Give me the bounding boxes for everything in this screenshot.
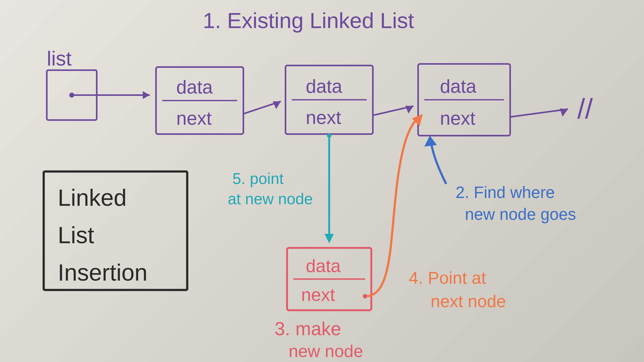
arrow-node3-to-null-tip [560, 108, 568, 117]
list-head-dot [69, 93, 74, 98]
step5-dot [327, 133, 331, 138]
step2-arrow [430, 139, 446, 184]
step2-arrow-tip [424, 136, 437, 147]
null-symbol: // [577, 93, 593, 124]
diagram-title: 1. Existing Linked List [203, 8, 414, 33]
arrow-node3-to-null [510, 109, 568, 117]
step4-label-line1: 4. Point at [409, 268, 486, 287]
new-node-next: next [301, 285, 335, 305]
step5-label-line1: 5. point [232, 170, 284, 187]
node3-next: next [440, 108, 475, 129]
step3-label-line1: 3. make [274, 318, 341, 339]
arrow-head-to-node1-tip [143, 91, 150, 99]
legend-line2: List [58, 222, 94, 248]
step2-label-line2: new node goes [465, 205, 576, 223]
step5-label-line2: at new node [228, 190, 313, 208]
legend-line1: Linked [58, 185, 127, 211]
node1-next: next [176, 108, 212, 129]
node3-data: data [440, 76, 476, 97]
step5-arrow-tip [324, 234, 334, 243]
step4-label-line2: next node [430, 292, 506, 311]
new-node-data: data [306, 256, 341, 276]
arrow-node1-to-node2-tip [273, 101, 281, 109]
step3-label-line2: new node [288, 342, 363, 361]
node2-next: next [306, 107, 341, 128]
new-node-next-dot [363, 294, 367, 298]
step2-label-line1: 2. Find where [456, 183, 555, 201]
node2-data: data [306, 76, 342, 97]
legend-line3: Insertion [58, 259, 148, 286]
list-label: list [47, 47, 72, 70]
node1-data: data [176, 76, 213, 97]
arrow-node2-to-node3-tip [405, 106, 414, 113]
